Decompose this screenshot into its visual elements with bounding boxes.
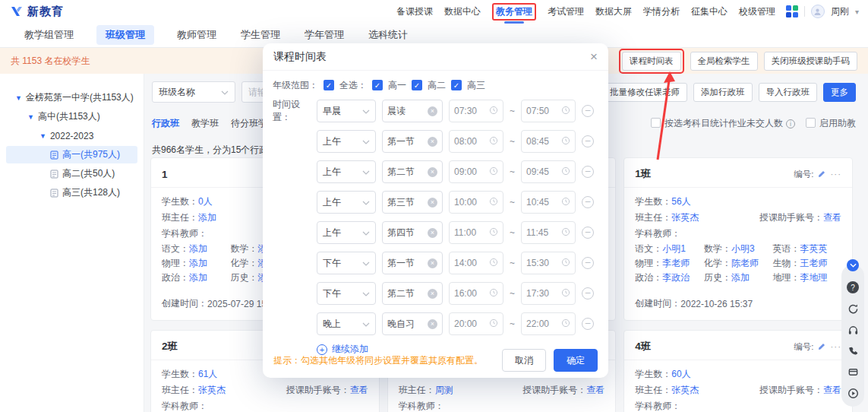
subject-teacher-link[interactable]: 李地理 xyxy=(800,271,827,284)
period-select-3[interactable]: 上午 xyxy=(317,191,376,214)
end-time-input-1[interactable]: 08:45 xyxy=(521,130,576,153)
subject-teacher-link[interactable]: 添加 xyxy=(189,242,207,255)
end-time-input-4[interactable]: 11:45 xyxy=(521,221,576,244)
phone-icon[interactable] xyxy=(847,346,858,357)
clear-icon[interactable]: × xyxy=(428,198,437,208)
lesson-name-input-7[interactable]: 晚自习× xyxy=(382,312,443,335)
subject-teacher-link[interactable]: 李英英 xyxy=(800,242,827,255)
subject-teacher-link[interactable]: 小明1 xyxy=(662,242,686,255)
remove-row-button-0[interactable]: – xyxy=(582,105,594,117)
tab-student-management[interactable]: 学生管理 xyxy=(239,25,282,45)
more-button[interactable]: 更多 xyxy=(823,83,856,102)
caret-down-icon[interactable]: ▼ xyxy=(27,113,34,121)
info-icon[interactable]: i xyxy=(786,119,795,128)
period-select-0[interactable]: 早晨 xyxy=(317,100,376,122)
clear-icon[interactable]: × xyxy=(428,137,437,147)
batch-edit-teachers-button[interactable]: 批量修改任课老师 xyxy=(602,83,687,102)
lesson-name-input-5[interactable]: 第一节× xyxy=(382,252,443,274)
tab-class-management[interactable]: 班级管理 xyxy=(96,25,154,45)
help-icon[interactable]: ? xyxy=(847,281,859,293)
course-timetable-button[interactable]: 课程时间表 xyxy=(622,52,681,71)
checkbox-select-all[interactable]: ✓ xyxy=(324,80,334,90)
subject-teacher-link[interactable]: 王老师 xyxy=(800,257,827,270)
period-select-4[interactable]: 上午 xyxy=(317,221,376,244)
chevron-down-icon[interactable]: ▾ xyxy=(855,8,859,16)
nav-data-center[interactable]: 数据中心 xyxy=(444,5,481,18)
period-select-5[interactable]: 下午 xyxy=(317,252,376,274)
students-count-link[interactable]: 61人 xyxy=(198,368,217,381)
end-time-input-6[interactable]: 17:30 xyxy=(521,282,576,305)
homeroom-link[interactable]: 添加 xyxy=(198,212,216,223)
assistant-view-link[interactable]: 查看 xyxy=(823,385,841,395)
start-time-input-6[interactable]: 16:00 xyxy=(449,282,503,305)
period-select-7[interactable]: 晚上 xyxy=(317,312,376,335)
checkbox-exam-subject-stats[interactable] xyxy=(651,118,661,128)
refresh-icon[interactable] xyxy=(847,303,859,315)
app-logo[interactable]: 新教育 xyxy=(11,5,64,19)
caret-down-icon[interactable]: ▼ xyxy=(39,132,46,140)
period-select-1[interactable]: 上午 xyxy=(317,130,376,153)
end-time-input-3[interactable]: 10:45 xyxy=(521,191,576,214)
start-time-input-0[interactable]: 07:30 xyxy=(449,100,503,122)
remove-row-button-4[interactable]: – xyxy=(582,227,594,239)
nav-lesson-prep[interactable]: 备课授课 xyxy=(396,5,433,18)
nav-learning-analysis[interactable]: 学情分析 xyxy=(643,5,680,18)
remove-row-button-5[interactable]: – xyxy=(582,257,594,269)
tree-node-school[interactable]: ▼ 金榜苑第一中学(共1153人) xyxy=(6,89,137,106)
add-admin-class-button[interactable]: 添加行政班 xyxy=(693,83,753,102)
tab-elective-stats[interactable]: 选科统计 xyxy=(367,25,409,45)
headset-icon[interactable] xyxy=(847,325,859,336)
avatar[interactable] xyxy=(811,5,825,18)
subject-teacher-link[interactable]: 添加 xyxy=(189,271,207,284)
clear-icon[interactable]: × xyxy=(428,106,437,116)
apps-grid-icon[interactable] xyxy=(786,5,798,17)
tab-teaching-groups[interactable]: 教学组管理 xyxy=(23,25,75,45)
end-time-input-0[interactable]: 07:50 xyxy=(521,100,576,122)
more-icon[interactable]: ··· xyxy=(830,170,841,179)
students-count-link[interactable]: 0人 xyxy=(198,195,213,208)
nav-data-screen[interactable]: 数据大屏 xyxy=(595,5,632,18)
lesson-name-input-3[interactable]: 第三节× xyxy=(382,191,443,214)
subject-teacher-link[interactable]: 添加 xyxy=(731,271,750,284)
assistant-view-link[interactable]: 查看 xyxy=(823,212,841,223)
lesson-name-input-1[interactable]: 第一节× xyxy=(382,130,443,153)
global-student-search-button[interactable]: 全局检索学生 xyxy=(690,52,758,71)
nav-collection-center[interactable]: 征集中心 xyxy=(691,5,728,18)
checkbox-enable-assistant[interactable] xyxy=(806,118,816,128)
homeroom-link[interactable]: 张英杰 xyxy=(198,385,226,395)
subject-teacher-link[interactable]: 陈老师 xyxy=(731,257,759,270)
homeroom-link[interactable]: 张英杰 xyxy=(671,212,699,223)
class-name-select[interactable]: 班级名称 xyxy=(152,81,235,103)
remove-row-button-7[interactable]: – xyxy=(582,318,594,330)
nav-school-admin[interactable]: 校级管理 xyxy=(739,5,775,18)
edit-icon[interactable] xyxy=(817,170,826,179)
clear-icon[interactable]: × xyxy=(428,167,437,177)
edit-icon[interactable] xyxy=(817,342,826,351)
tab-teacher-management[interactable]: 教师管理 xyxy=(175,25,218,45)
collapse-toolbar-icon[interactable] xyxy=(847,259,859,271)
nav-academic-admin[interactable]: 教务管理 xyxy=(496,6,532,17)
user-name[interactable]: 周刚 xyxy=(831,5,849,18)
checkbox-grade12[interactable]: ✓ xyxy=(451,80,462,90)
start-time-input-5[interactable]: 14:00 xyxy=(449,252,503,274)
end-time-input-7[interactable]: 22:00 xyxy=(521,312,576,335)
start-time-input-7[interactable]: 20:00 xyxy=(449,312,503,335)
start-time-input-4[interactable]: 11:00 xyxy=(449,221,503,244)
students-count-link[interactable]: 60人 xyxy=(671,368,690,381)
tab-school-year-management[interactable]: 学年管理 xyxy=(303,25,346,45)
tree-node-grade11[interactable]: 高二(共50人) xyxy=(6,165,137,182)
import-admin-class-button[interactable]: 导入行政班 xyxy=(759,83,818,102)
tree-node-grade12[interactable]: 高三(共128人) xyxy=(6,184,137,201)
remove-row-button-2[interactable]: – xyxy=(582,166,594,178)
subject-teacher-link[interactable]: 李政治 xyxy=(662,271,690,284)
start-time-input-3[interactable]: 10:00 xyxy=(449,191,503,214)
checkbox-grade11[interactable]: ✓ xyxy=(412,80,422,90)
remove-row-button-1[interactable]: – xyxy=(582,135,594,147)
period-select-2[interactable]: 上午 xyxy=(317,160,376,183)
clear-icon[interactable]: × xyxy=(428,258,437,268)
lesson-name-input-2[interactable]: 第二节× xyxy=(382,160,443,183)
video-play-icon[interactable] xyxy=(847,388,859,399)
tree-node-senior[interactable]: ▼ 高中(共1153人) xyxy=(6,108,137,125)
end-time-input-2[interactable]: 09:45 xyxy=(521,160,576,183)
homeroom-link[interactable]: 周测 xyxy=(435,385,453,395)
